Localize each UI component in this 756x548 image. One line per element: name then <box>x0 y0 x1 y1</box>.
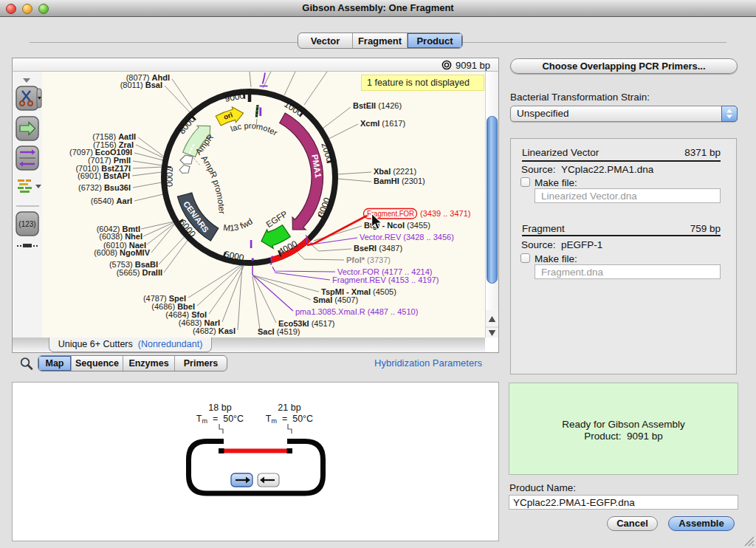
svg-text:(6038) NheI: (6038) NheI <box>99 232 142 241</box>
svg-text:(5665) DraIII: (5665) DraIII <box>117 268 162 277</box>
svg-text:BamHI (2301): BamHI (2301) <box>374 177 425 185</box>
svg-text:BseRI (3487): BseRI (3487) <box>354 244 402 253</box>
svg-text:(123): (123) <box>18 220 35 228</box>
svg-text:(3439 .. 3471): (3439 .. 3471) <box>420 209 471 218</box>
svg-text:(6008) NgoMIV: (6008) NgoMIV <box>94 248 150 257</box>
svg-text:7000: 7000 <box>164 167 174 187</box>
svg-text:TspMI - XmaI (4505): TspMI - XmaI (4505) <box>321 287 396 296</box>
svg-text:EGFP: EGFP <box>264 209 289 229</box>
svg-text:SmaI (4507): SmaI (4507) <box>313 295 358 304</box>
svg-text:BstEII (1426): BstEII (1426) <box>353 101 402 110</box>
svg-text:(8011) BsaI: (8011) BsaI <box>120 81 162 89</box>
svg-text:21 bp: 21 bp <box>278 403 300 413</box>
svg-text:PfoI* (3737): PfoI* (3737) <box>346 256 391 264</box>
svg-text:Tm = 50°C: Tm = 50°C <box>196 414 244 425</box>
svg-text:(6540) AarI: (6540) AarI <box>91 196 132 205</box>
svg-text:(6732) Bsu36I: (6732) Bsu36I <box>78 183 131 192</box>
svg-text:SacI (4519): SacI (4519) <box>258 327 300 336</box>
svg-text:(4682) KasI: (4682) KasI <box>193 326 236 335</box>
svg-text:lac promoter: lac promoter <box>230 121 280 137</box>
svg-text:Fragment.REV (4153 .. 4197): Fragment.REV (4153 .. 4197) <box>332 275 439 284</box>
svg-text:M13 fwd: M13 fwd <box>223 216 254 233</box>
svg-text:pma1.3085.XmaI.R (4487 .. 4510: pma1.3085.XmaI.R (4487 .. 4510) <box>295 307 418 316</box>
svg-text:18 bp: 18 bp <box>208 403 231 413</box>
svg-text:XbaI (2221): XbaI (2221) <box>374 167 416 176</box>
svg-text:XcmI (1617): XcmI (1617) <box>360 119 405 128</box>
svg-text:AmpR promoter: AmpR promoter <box>199 154 227 214</box>
svg-text:2000: 2000 <box>319 141 335 163</box>
svg-text:(6901) BstAPI: (6901) BstAPI <box>78 171 130 180</box>
svg-text:Vector.REV (3428 .. 3456): Vector.REV (3428 .. 3456) <box>360 233 454 242</box>
svg-text:Tm = 50°C: Tm = 50°C <box>266 414 313 425</box>
